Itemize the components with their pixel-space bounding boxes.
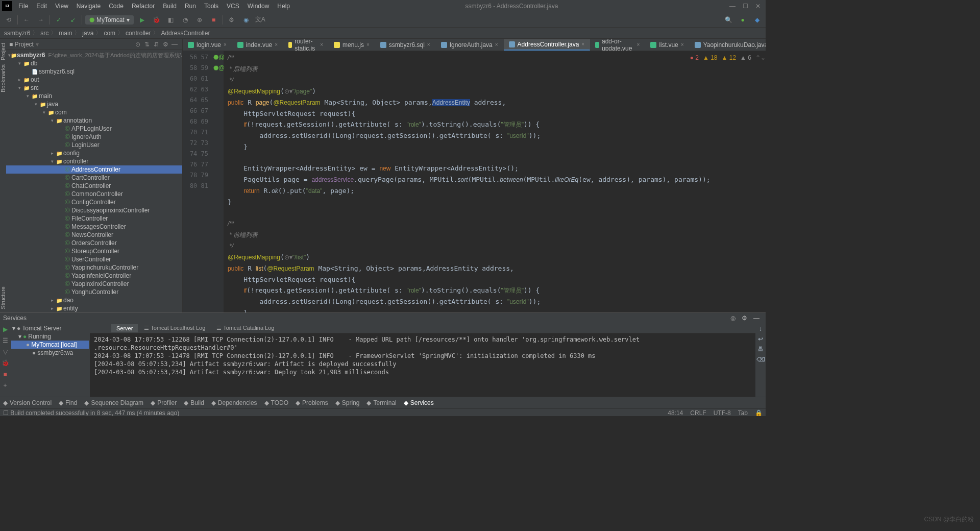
tree-item[interactable]: ⒸNewsController — [6, 231, 182, 239]
breadcrumb-item[interactable]: controller — [126, 30, 151, 37]
hide-icon[interactable]: — — [170, 40, 179, 49]
tool-services[interactable]: ◆Services — [404, 399, 434, 406]
translate-icon[interactable]: 文A — [255, 14, 266, 26]
profiler-icon[interactable]: ◔ — [180, 14, 191, 26]
chevron-down-icon[interactable]: ▾ — [36, 41, 39, 48]
editor-tab[interactable]: router-static.js× — [283, 39, 329, 51]
tree-item[interactable]: ▾📁src — [6, 84, 182, 92]
indent[interactable]: Tab — [738, 409, 748, 417]
services-hide-icon[interactable]: — — [753, 315, 760, 322]
inspection-widget[interactable]: ● 2 ▲ 18 ▲ 12 ▲ 6 ⌃⌄ — [688, 53, 766, 62]
editor-tab[interactable]: add-or-update.vue× — [590, 39, 645, 51]
tool-find[interactable]: ◆Find — [59, 399, 77, 406]
tree-item[interactable]: ⒸCartController — [6, 174, 182, 182]
collapse-all-icon[interactable]: ⇵ — [152, 40, 161, 49]
menu-help[interactable]: Help — [273, 1, 294, 11]
code-editor[interactable]: /** * 后端列表 */ @RequestMapping(⊙▾"/page")… — [224, 51, 766, 312]
search-icon[interactable]: 🔍 — [723, 14, 734, 26]
services-settings-icon[interactable]: ◎ — [730, 315, 736, 322]
services-tree[interactable]: ▾●Tomcat Server▾●Running●MyTomcat [local… — [10, 323, 90, 397]
editor-tab[interactable]: login.vue× — [183, 40, 232, 50]
tree-item[interactable]: ⒸYonghuController — [6, 288, 182, 296]
service-node[interactable]: ●ssmbyzr6:wa — [11, 349, 89, 357]
service-tab[interactable]: ☰ Tomcat Localhost Log — [139, 324, 210, 332]
breadcrumb-item[interactable]: com — [104, 30, 115, 37]
menu-navigate[interactable]: Navigate — [72, 1, 105, 11]
lock-icon[interactable]: 🔒 — [755, 409, 763, 417]
soft-wrap-icon[interactable]: ↩ — [758, 335, 763, 343]
gear-icon[interactable]: ⚙ — [161, 40, 170, 49]
tool-profiler[interactable]: ◆Profiler — [151, 399, 177, 406]
attach-icon[interactable]: ⊕ — [194, 14, 205, 26]
close-icon[interactable]: ✕ — [755, 3, 761, 10]
minimize-icon[interactable]: — — [729, 3, 736, 10]
editor-tab[interactable]: AddressController.java× — [504, 39, 591, 51]
service-node[interactable]: ●MyTomcat [local] — [11, 341, 89, 349]
tree-item[interactable]: ⒸCommonController — [6, 190, 182, 198]
breadcrumb-item[interactable]: src — [40, 30, 48, 37]
tree-item[interactable]: ▸📁out — [6, 76, 182, 84]
forward-icon[interactable]: → — [35, 14, 46, 26]
tree-item[interactable]: ⒸFileController — [6, 214, 182, 223]
menu-edit[interactable]: Edit — [32, 1, 51, 11]
menu-window[interactable]: Window — [243, 1, 274, 11]
ide-update-icon[interactable]: ◆ — [751, 14, 763, 26]
add-service-icon[interactable]: + — [1, 381, 9, 390]
tree-item[interactable]: ⒸAPPLoginUser — [6, 125, 182, 133]
bookmarks-tool-button[interactable]: Bookmarks — [0, 64, 6, 92]
tree-item[interactable]: ⒸYaopinchurukuController — [6, 263, 182, 272]
tree-item[interactable]: ▾📁com — [6, 108, 182, 116]
editor-tab[interactable]: menu.js× — [329, 40, 375, 50]
stop-icon[interactable]: ■ — [208, 14, 219, 26]
menu-run[interactable]: Run — [181, 1, 200, 11]
tool-version-control[interactable]: ◆Version Control — [3, 399, 52, 406]
tree-icon[interactable]: ☰ — [1, 336, 9, 345]
sync-icon[interactable]: ⟲ — [3, 14, 14, 26]
tree-item[interactable]: ⒸDiscussyaopinxinxiController — [6, 206, 182, 214]
rerun-icon[interactable]: ▶ — [1, 325, 9, 333]
back-icon[interactable]: ← — [21, 14, 32, 26]
project-tree[interactable]: ▾📁ssmbyzr6F:\gitee_work_2024\基于Andriod的连… — [6, 50, 182, 312]
settings-icon[interactable]: ⚙ — [226, 14, 237, 26]
service-tab[interactable]: ☰ Tomcat Catalina Log — [211, 324, 279, 332]
service-node[interactable]: ▾●Running — [11, 332, 89, 341]
expand-all-icon[interactable]: ⇅ — [142, 40, 152, 49]
tree-item[interactable]: ▾📁annotation — [6, 116, 182, 125]
tool-terminal[interactable]: ◆Terminal — [366, 399, 396, 406]
service-tab[interactable]: Server — [111, 324, 138, 332]
coverage-icon[interactable]: ◧ — [165, 14, 177, 26]
tree-item[interactable]: ▾📁main — [6, 92, 182, 100]
tree-item[interactable]: ⒸMessagesController — [6, 223, 182, 231]
tool-problems[interactable]: ◆Problems — [296, 399, 328, 406]
breadcrumb-item[interactable]: java — [82, 30, 93, 37]
breadcrumb-item[interactable]: AddressController — [161, 30, 210, 37]
tree-item[interactable]: ▾📁java — [6, 100, 182, 108]
structure-tool-button[interactable]: Structure — [0, 286, 6, 309]
filter-icon[interactable]: ▽ — [1, 348, 9, 356]
tree-item[interactable]: ⒸStoreupController — [6, 247, 182, 255]
tree-item[interactable]: ⒸChatController — [6, 182, 182, 190]
menu-tools[interactable]: Tools — [200, 1, 223, 11]
editor-tab[interactable]: index.vue× — [232, 40, 283, 50]
tool-spring[interactable]: ◆Spring — [335, 399, 360, 406]
tree-item[interactable]: ⒸConfigController — [6, 198, 182, 206]
vcs-commit-icon[interactable]: ↙ — [67, 14, 79, 26]
tool-build[interactable]: ◆Build — [184, 399, 204, 406]
scroll-to-end-icon[interactable]: ↓ — [759, 325, 762, 332]
console-output[interactable]: 2024-03-08 17:07:53 -12268 [RMI TCP Conn… — [90, 333, 755, 397]
breadcrumb-item[interactable]: ssmbyzr6 — [4, 30, 30, 37]
services-gear-icon[interactable]: ⚙ — [742, 315, 747, 322]
tree-item[interactable]: ⒸYaopinxinxiController — [6, 280, 182, 288]
project-tool-button[interactable]: Project — [0, 43, 6, 60]
service-node[interactable]: ▾●Tomcat Server — [11, 324, 89, 332]
debug-services-icon[interactable]: 🐞 — [1, 359, 9, 367]
breadcrumb-item[interactable]: main — [59, 30, 72, 37]
select-opened-icon[interactable]: ⊙ — [133, 40, 142, 49]
caret-position[interactable]: 48:14 — [668, 409, 683, 417]
tool-dependencies[interactable]: ◆Dependencies — [211, 399, 257, 406]
menu-view[interactable]: View — [51, 1, 72, 11]
menu-code[interactable]: Code — [105, 1, 128, 11]
editor-tab[interactable]: ssmbyzr6.sql× — [375, 40, 436, 50]
editor-tab[interactable]: YaopinchurukuDao.java× — [690, 40, 766, 50]
clear-icon[interactable]: ⌫ — [756, 356, 765, 363]
